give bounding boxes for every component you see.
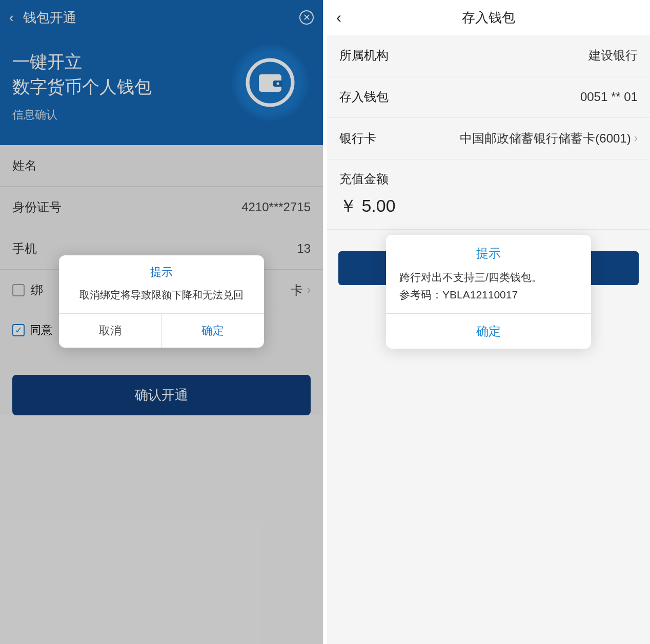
header-title: 存入钱包 bbox=[462, 9, 515, 27]
back-icon[interactable]: ‹ bbox=[336, 9, 341, 26]
screen-deposit: ‹ 存入钱包 所属机构 建设银行 存入钱包 0051 ** 01 银行卡 中国邮… bbox=[327, 0, 650, 644]
dialog-line1: 跨行对出不支持三/四类钱包。 bbox=[399, 269, 578, 286]
screen-wallet-open: ‹ 钱包开通 ✕ 一键开立 数字货币个人钱包 信息确认 姓名 身份证号 4210… bbox=[0, 0, 323, 644]
amount-label: 充值金额 bbox=[327, 159, 650, 192]
value-card: 中国邮政储蓄银行储蓄卡(6001) bbox=[460, 130, 631, 147]
dialog-cancel-button[interactable]: 取消 bbox=[59, 314, 162, 348]
dialog-ok-button[interactable]: 确定 bbox=[386, 313, 591, 349]
value-org: 建设银行 bbox=[588, 47, 638, 64]
label-org: 所属机构 bbox=[339, 47, 389, 64]
dialog-ok-button[interactable]: 确定 bbox=[162, 314, 265, 348]
amount-value[interactable]: ￥ 5.00 bbox=[327, 192, 650, 230]
chevron-right-icon: › bbox=[634, 132, 638, 145]
confirm-dialog: 提示 取消绑定将导致限额下降和无法兑回 取消 确定 bbox=[59, 255, 264, 348]
row-wallet: 存入钱包 0051 ** 01 bbox=[327, 76, 650, 118]
value-wallet: 0051 ** 01 bbox=[580, 90, 638, 104]
label-card: 银行卡 bbox=[339, 130, 376, 147]
dialog-line2: 参考码：YBLA12110017 bbox=[399, 286, 578, 304]
dialog-title: 提示 bbox=[59, 255, 264, 285]
dialog-body: 取消绑定将导致限额下降和无法兑回 bbox=[59, 285, 264, 313]
alert-dialog: 提示 跨行对出不支持三/四类钱包。 参考码：YBLA12110017 确定 bbox=[386, 235, 591, 349]
row-org: 所属机构 建设银行 bbox=[327, 35, 650, 76]
row-card[interactable]: 银行卡 中国邮政储蓄银行储蓄卡(6001) › bbox=[327, 118, 650, 159]
label-wallet: 存入钱包 bbox=[339, 89, 389, 105]
header-bar: ‹ 存入钱包 bbox=[327, 0, 650, 35]
dialog-title: 提示 bbox=[386, 235, 591, 269]
